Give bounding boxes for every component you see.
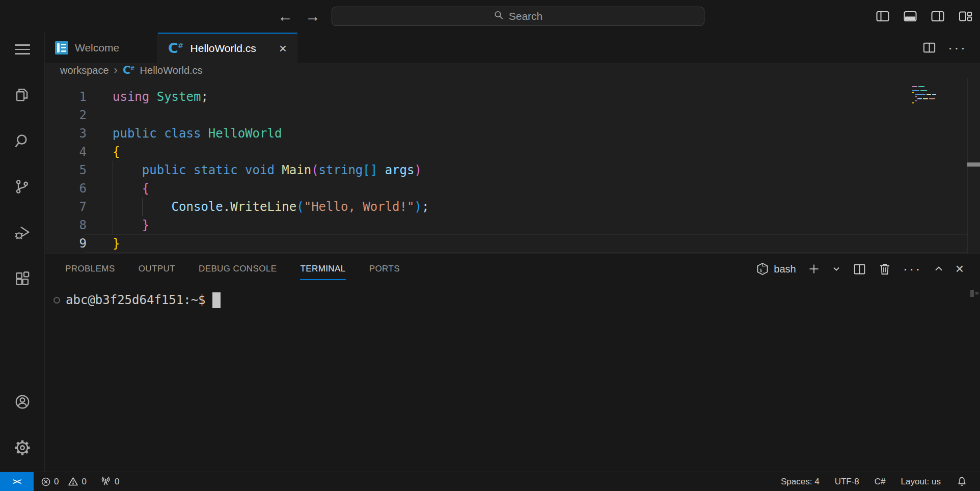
code-line[interactable]: 6 { [45, 179, 967, 198]
code-line[interactable]: 9} [45, 234, 967, 253]
terminal-cursor [212, 292, 221, 308]
new-terminal-icon[interactable] [808, 263, 820, 275]
menu-icon[interactable] [14, 41, 31, 58]
chevron-right-icon: › [114, 64, 118, 77]
panel-tab-debug-console[interactable]: DEBUG CONSOLE [199, 254, 277, 284]
source-control-icon[interactable] [14, 178, 31, 196]
terminal-scroll-marker [975, 292, 978, 294]
code-line[interactable]: 7 Console.WriteLine("Hello, World!"); [45, 198, 967, 216]
code-editor[interactable]: 1using System;23public class HelloWorld4… [45, 78, 980, 254]
terminal-scrollbar[interactable] [970, 290, 974, 297]
search-command-center[interactable]: Search [332, 7, 704, 26]
code-line[interactable]: 4{ [45, 143, 967, 161]
toggle-secondary-sidebar-icon[interactable] [930, 9, 945, 24]
breadcrumb-file[interactable]: HelloWorld.cs [140, 65, 203, 76]
language-mode-status[interactable]: C# [875, 477, 886, 487]
editor-tab-bar: Welcome C# HelloWorld.cs × ··· [45, 33, 980, 63]
back-arrow-icon[interactable]: ← [278, 9, 293, 24]
warnings-icon [68, 476, 78, 487]
account-icon[interactable] [14, 393, 31, 411]
code-line[interactable]: 8 } [45, 216, 967, 234]
forward-arrow-icon[interactable]: → [305, 9, 320, 24]
close-tab-icon[interactable]: × [279, 42, 287, 55]
breadcrumb: workspace › C# HelloWorld.cs [45, 63, 980, 78]
shell-label: bash [774, 263, 796, 275]
panel-tab-bar: PROBLEMS OUTPUT DEBUG CONSOLE TERMINAL P… [45, 254, 980, 284]
split-terminal-icon[interactable] [853, 262, 866, 276]
tab-welcome[interactable]: Welcome [45, 33, 158, 63]
svg-text:$_: $_ [759, 268, 765, 273]
toggle-panel-icon[interactable] [903, 9, 918, 24]
code-text: } [113, 216, 149, 234]
status-bar: >< 0 0 [0, 472, 980, 491]
split-editor-icon[interactable] [922, 40, 937, 55]
csharp-file-icon: C# [168, 41, 184, 55]
errors-icon [41, 477, 51, 487]
radio-tower-icon [100, 476, 112, 487]
indent-guide [142, 198, 143, 216]
more-actions-icon[interactable]: ··· [948, 41, 967, 55]
code-text: public static void Main(string[] args) [113, 161, 422, 179]
line-number: 8 [45, 216, 87, 234]
panel-tab-ports[interactable]: PORTS [369, 254, 400, 284]
launch-profile-chevron-icon[interactable] [832, 264, 841, 274]
vscode-window: ← → Search [0, 0, 980, 491]
code-text: public class HelloWorld [113, 124, 282, 143]
csharp-file-icon: C# [123, 65, 135, 76]
kill-terminal-trash-icon[interactable] [878, 262, 891, 276]
panel-tab-problems[interactable]: PROBLEMS [65, 254, 115, 284]
panel-tab-output[interactable]: OUTPUT [139, 254, 175, 284]
code-text: } [113, 234, 120, 253]
command-decoration-icon[interactable] [53, 297, 60, 304]
code-text: { [113, 179, 149, 198]
tab-helloworld-cs[interactable]: C# HelloWorld.cs × [158, 33, 297, 63]
ports-count: 0 [115, 477, 119, 487]
code-line[interactable]: 3public class HelloWorld [45, 124, 967, 143]
activity-bar [0, 33, 45, 472]
maximize-panel-chevron-icon[interactable] [934, 264, 944, 274]
line-number: 9 [45, 234, 87, 253]
code-lines: 1using System;23public class HelloWorld4… [45, 88, 967, 253]
terminal-shell-selector[interactable]: $_ bash [756, 262, 796, 276]
overview-ruler-marker [967, 162, 980, 167]
ports-status[interactable]: 0 [100, 476, 119, 487]
line-number: 4 [45, 143, 87, 161]
customize-layout-icon[interactable] [958, 9, 973, 24]
close-panel-icon[interactable]: × [956, 262, 964, 276]
editor-scrollbar[interactable] [967, 78, 980, 254]
title-bar: ← → Search [0, 0, 980, 33]
notifications-bell-icon[interactable] [956, 476, 968, 487]
code-line[interactable]: 5 public static void Main(string[] args) [45, 161, 967, 179]
panel-more-actions-icon[interactable]: ··· [903, 262, 922, 276]
remote-indicator[interactable]: >< [0, 472, 34, 491]
indentation-status[interactable]: Spaces: 4 [781, 477, 820, 487]
search-icon [494, 10, 504, 22]
remote-icon: >< [13, 477, 21, 486]
terminal-prompt: abc@b3f25d64f151:~$ [66, 293, 206, 307]
tab-label: Welcome [75, 42, 119, 54]
line-number: 2 [45, 106, 87, 124]
bash-terminal-icon: $_ [756, 262, 769, 276]
panel-tab-terminal[interactable]: TERMINAL [300, 254, 345, 284]
minimap[interactable] [912, 86, 939, 103]
explorer-icon[interactable] [14, 87, 31, 104]
errors-count: 0 [54, 477, 59, 487]
run-debug-icon[interactable] [14, 224, 31, 241]
code-text: { [113, 143, 120, 161]
problems-status[interactable]: 0 0 [41, 476, 87, 487]
keyboard-layout-status[interactable]: Layout: us [901, 477, 941, 487]
terminal-area[interactable]: abc@b3f25d64f151:~$ [45, 284, 980, 472]
encoding-status[interactable]: UTF-8 [835, 477, 859, 487]
code-line[interactable]: 1using System; [45, 88, 967, 106]
welcome-icon [55, 41, 68, 54]
code-line[interactable]: 2 [45, 106, 967, 124]
settings-gear-icon[interactable] [14, 439, 31, 456]
toggle-primary-sidebar-icon[interactable] [875, 9, 890, 24]
extensions-icon[interactable] [14, 270, 31, 287]
line-number: 3 [45, 124, 87, 143]
line-number: 5 [45, 161, 87, 179]
breadcrumb-folder[interactable]: workspace [60, 65, 109, 76]
line-number: 7 [45, 198, 87, 216]
warnings-count: 0 [81, 477, 86, 487]
search-sidebar-icon[interactable] [14, 132, 31, 150]
